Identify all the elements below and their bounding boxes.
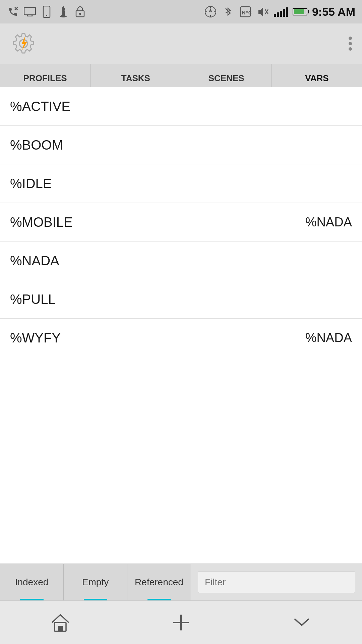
status-bar: NFC 9:55 AM [0,0,362,23]
battery-icon [293,8,307,15]
lock-icon [74,5,86,18]
var-name: %PULL [10,292,352,307]
referenced-button[interactable]: Referenced [127,564,191,600]
var-value: %NADA [305,331,352,345]
app-logo [10,30,37,57]
bluetooth-icon [222,5,234,18]
svg-rect-10 [62,10,65,15]
var-row[interactable]: %BOOM [0,126,362,164]
signal-icon [274,7,288,17]
app-header [0,23,362,64]
status-left-icons [7,5,86,18]
var-name: %BOOM [10,138,352,153]
filter-input[interactable] [198,571,355,593]
svg-text:NFC: NFC [242,10,251,15]
var-name: %WYFY [10,330,305,345]
status-time: 9:55 AM [312,5,355,18]
nfc-icon: NFC [239,5,252,18]
svg-marker-21 [209,9,212,12]
screen-icon [23,5,36,18]
filter-input-wrap [191,564,362,600]
var-row[interactable]: %NADA [0,241,362,280]
var-name: %IDLE [10,176,352,191]
var-row[interactable]: %IDLE [0,164,362,203]
chess-icon [57,5,70,18]
svg-rect-2 [24,7,36,15]
var-row[interactable]: %PULL [0,280,362,319]
overflow-menu-button[interactable] [349,37,352,51]
dot-3 [349,47,352,51]
status-right-icons: NFC 9:55 AM [204,5,355,18]
var-row[interactable]: %ACTIVE [0,87,362,126]
gps-icon [204,5,217,18]
bottom-nav [0,600,362,644]
add-button[interactable] [164,609,198,636]
var-value: %NADA [305,215,352,229]
mute-icon [256,5,269,18]
vars-list-container: %ACTIVE%BOOM%IDLE%MOBILE%NADA%NADA%PULL%… [0,87,362,357]
var-row[interactable]: %MOBILE%NADA [0,203,362,241]
svg-point-15 [79,13,81,14]
expand-button[interactable] [285,609,318,636]
phone-icon [7,5,19,18]
empty-button[interactable]: Empty [64,564,127,600]
variables-list: %ACTIVE%BOOM%IDLE%MOBILE%NADA%NADA%PULL%… [0,87,362,564]
var-name: %MOBILE [10,215,305,230]
svg-rect-13 [63,6,64,7]
var-row[interactable]: %WYFY%NADA [0,319,362,357]
home-button[interactable] [44,609,77,636]
var-name: %ACTIVE [10,99,352,114]
svg-rect-28 [58,626,63,631]
dot-2 [349,42,352,45]
svg-rect-9 [61,15,65,17]
dot-1 [349,37,352,40]
indexed-button[interactable]: Indexed [0,564,64,600]
mobile-icon [40,5,53,18]
filter-bar: Indexed Empty Referenced [0,564,362,600]
var-name: %NADA [10,253,352,268]
